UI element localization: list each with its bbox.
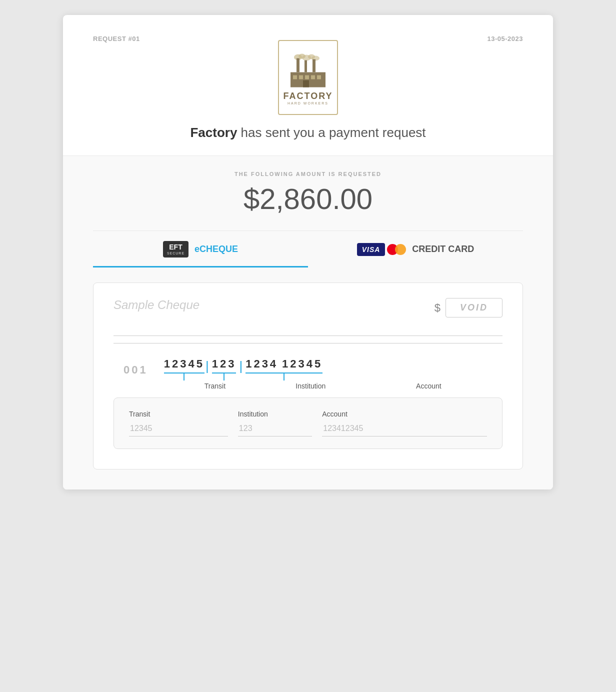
institution-label: Institution: [296, 382, 326, 390]
cheque-line-2: [114, 343, 502, 344]
svg-rect-11: [305, 76, 309, 80]
micr-transit-group: 12345: [164, 358, 204, 380]
tab-credit-card[interactable]: VISA CREDIT CARD: [308, 231, 523, 268]
micr-transit-tick: [184, 374, 184, 380]
svg-rect-10: [299, 76, 303, 80]
micr-pipe-2: |: [236, 360, 246, 380]
account-input-label: Account: [322, 410, 487, 418]
transit-input-col: Transit: [129, 410, 228, 436]
eft-sub-text: SECURE: [167, 252, 184, 256]
account-label: Account: [416, 382, 442, 390]
micr-area: 001 12345 | 123 | 12: [114, 358, 502, 380]
amount-section: THE FOLLOWING AMOUNT IS REQUESTED $2,860…: [63, 156, 553, 268]
account-input[interactable]: [322, 421, 487, 436]
transit-input[interactable]: [129, 421, 228, 436]
tabs-row: EFT SECURE eCHEQUE VISA CREDIT CARD: [93, 230, 523, 268]
dollar-void-row: $ VOID: [434, 298, 502, 318]
logo-container: FACTORY HARD WORKERS: [278, 40, 338, 115]
logo-factory-text: FACTORY: [283, 91, 332, 102]
eft-badge: EFT SECURE: [163, 241, 188, 258]
micr-transit-number: 12345: [164, 358, 204, 370]
micr-account-group: 1234 12345: [246, 358, 322, 380]
payment-title: Factory has sent you a payment request: [190, 125, 426, 140]
micr-institution-group: 123: [212, 358, 236, 380]
micr-institution-tick: [224, 374, 224, 380]
cheque-line-1: [114, 336, 502, 336]
svg-rect-13: [317, 76, 321, 80]
svg-rect-12: [311, 76, 315, 80]
institution-input-label: Institution: [238, 410, 312, 418]
input-form-row: Transit Institution Account: [129, 410, 487, 436]
pipe1-spacer: [256, 382, 276, 390]
input-form-box: Transit Institution Account: [114, 398, 502, 449]
amount-value: $2,860.00: [244, 182, 372, 216]
visa-badge: VISA: [357, 243, 386, 256]
transit-label-col: Transit: [174, 382, 256, 390]
mc-circle-right: [395, 244, 406, 255]
micr-account-tick: [284, 374, 284, 380]
void-box: VOID: [446, 298, 502, 318]
micr-pipe-1: |: [204, 360, 212, 380]
payment-card: REQUEST #01 13-05-2023: [63, 15, 553, 490]
micr-account-part1: 1234: [246, 358, 278, 370]
transit-input-label: Transit: [129, 410, 228, 418]
header-section: REQUEST #01 13-05-2023: [63, 15, 553, 156]
request-date: 13-05-2023: [488, 35, 524, 42]
pipe2-spacer: [346, 382, 365, 390]
institution-input[interactable]: [238, 421, 312, 436]
cheque-title: Sample Cheque: [114, 298, 200, 312]
mastercard-badge: [387, 243, 406, 256]
micr-account-part2: 12345: [282, 358, 322, 370]
card-badges: VISA: [357, 243, 406, 256]
cheque-box: Sample Cheque $ VOID 001 12345 |: [93, 282, 523, 470]
svg-rect-5: [296, 58, 300, 72]
micr-account-numbers: 1234 12345: [246, 358, 322, 370]
micr-labels-row: Transit Institution Account: [114, 382, 502, 390]
payment-sender: Factory: [190, 125, 237, 140]
svg-rect-7: [312, 60, 316, 72]
eft-main-text: EFT: [169, 243, 182, 252]
cheque-section: Sample Cheque $ VOID 001 12345 |: [63, 268, 553, 490]
tab-echeque[interactable]: EFT SECURE eCHEQUE: [93, 231, 308, 268]
micr-institution-number: 123: [212, 358, 236, 370]
account-input-col: Account: [322, 410, 487, 436]
svg-rect-9: [293, 76, 297, 80]
logo-sub-text: HARD WORKERS: [288, 102, 328, 105]
institution-input-col: Institution: [238, 410, 312, 436]
svg-rect-6: [304, 60, 307, 72]
echeque-tab-label: eCHEQUE: [194, 244, 238, 254]
svg-rect-14: [303, 80, 309, 88]
account-label-col: Account: [365, 382, 492, 390]
factory-icon: [286, 50, 330, 90]
micr-cheque-number: 001: [124, 364, 148, 380]
credit-card-tab-label: CREDIT CARD: [412, 244, 474, 254]
dollar-sign: $: [434, 302, 440, 314]
request-number: REQUEST #01: [93, 35, 140, 42]
payment-title-rest: has sent you a payment request: [237, 125, 426, 140]
amount-label: THE FOLLOWING AMOUNT IS REQUESTED: [234, 171, 382, 177]
transit-label: Transit: [204, 382, 226, 390]
institution-label-col: Institution: [276, 382, 346, 390]
logo-box: FACTORY HARD WORKERS: [278, 40, 338, 115]
